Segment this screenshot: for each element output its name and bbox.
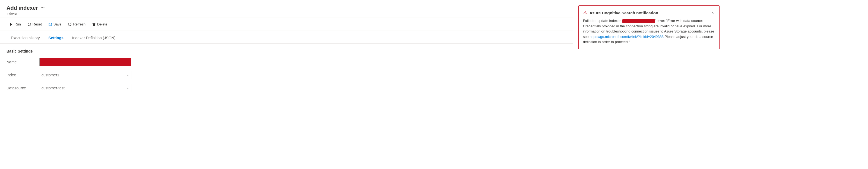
index-select[interactable]: customer1 ⌄ (39, 71, 131, 79)
index-label: Index (6, 73, 39, 77)
delete-label: Delete (97, 22, 107, 26)
reset-icon (27, 23, 31, 26)
datasource-select-box[interactable]: customer-test ⌄ (39, 84, 131, 92)
left-panel: Add indexer ··· Indexer Run Reset (0, 0, 573, 169)
notification-link[interactable]: https://go.microsoft.com/fwlink/?linkid=… (590, 35, 663, 39)
svg-rect-2 (50, 23, 51, 24)
tab-execution-history[interactable]: Execution history (6, 33, 44, 43)
svg-rect-4 (93, 23, 94, 23)
notification-title-row: ⚠ Azure Cognitive Search notification (583, 10, 658, 15)
tab-settings[interactable]: Settings (44, 33, 68, 43)
right-panel: ⚠ Azure Cognitive Search notification × … (573, 0, 868, 169)
datasource-label: Datasource (6, 86, 39, 90)
index-select-box[interactable]: customer1 ⌄ (39, 71, 131, 79)
refresh-label: Refresh (73, 22, 86, 26)
page-title-text: Add indexer (6, 5, 38, 11)
name-field-control (39, 58, 131, 66)
toolbar: Run Reset Save Refresh (0, 18, 573, 31)
notification-redacted-name (622, 19, 655, 23)
save-icon (48, 23, 52, 26)
notification-header: ⚠ Azure Cognitive Search notification × (583, 10, 715, 15)
datasource-field-row: Datasource customer-test ⌄ (6, 84, 566, 92)
tabs-bar: Execution history Settings Indexer Defin… (0, 33, 573, 44)
ellipsis-menu-icon[interactable]: ··· (41, 5, 45, 11)
save-label: Save (54, 22, 62, 26)
index-select-value: customer1 (41, 73, 59, 77)
notification-card: ⚠ Azure Cognitive Search notification × … (579, 5, 719, 49)
reset-label: Reset (33, 22, 42, 26)
notification-error-icon: ⚠ (583, 10, 587, 15)
section-title: Basic Settings (6, 49, 566, 53)
notification-close-button[interactable]: × (710, 10, 715, 15)
reset-button[interactable]: Reset (25, 20, 44, 28)
index-field-row: Index customer1 ⌄ (6, 71, 566, 79)
datasource-select-value: customer-test (41, 86, 65, 90)
run-icon (9, 23, 13, 26)
delete-button[interactable]: Delete (89, 20, 110, 28)
notification-body-prefix: Failed to update indexer ' (583, 19, 623, 23)
notification-body: Failed to update indexer '' error: "Erro… (583, 18, 715, 45)
page-title: Add indexer ··· (6, 5, 566, 11)
index-chevron-down-icon: ⌄ (126, 73, 129, 77)
save-button[interactable]: Save (45, 20, 64, 28)
name-field-row: Name (6, 58, 566, 66)
delete-icon (92, 23, 96, 26)
settings-content: Basic Settings Name Index customer1 ⌄ (0, 44, 573, 102)
name-input[interactable] (39, 58, 131, 66)
refresh-icon (68, 23, 72, 26)
run-label: Run (14, 22, 21, 26)
datasource-chevron-down-icon: ⌄ (126, 86, 129, 90)
svg-rect-3 (49, 25, 51, 26)
datasource-select[interactable]: customer-test ⌄ (39, 84, 131, 92)
run-button[interactable]: Run (6, 20, 24, 28)
refresh-button[interactable]: Refresh (65, 20, 88, 28)
notification-title-text: Azure Cognitive Search notification (590, 10, 658, 15)
name-label: Name (6, 60, 39, 64)
tab-indexer-definition[interactable]: Indexer Definition (JSON) (68, 33, 120, 43)
svg-marker-0 (10, 23, 12, 26)
header: Add indexer ··· Indexer (0, 0, 573, 18)
breadcrumb: Indexer (6, 12, 566, 15)
right-panel-divider (579, 55, 863, 55)
